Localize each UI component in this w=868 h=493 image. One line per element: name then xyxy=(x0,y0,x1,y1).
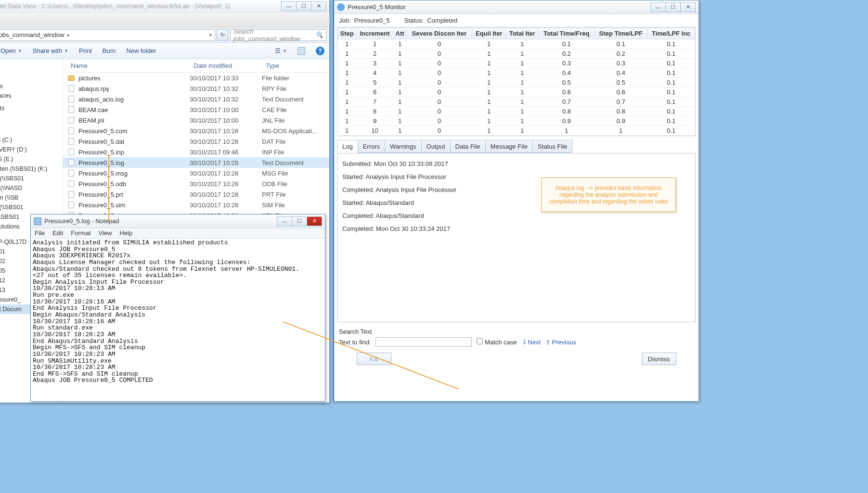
table-row[interactable]: 1110110.10.10.1 xyxy=(338,39,695,49)
menu-item-help[interactable]: Help xyxy=(119,229,132,237)
table-row[interactable]: 1810110.80.80.1 xyxy=(338,107,695,116)
file-row[interactable]: BEAM.cae30/10/2017 10:00CAE File xyxy=(63,104,329,115)
table-row[interactable]: 1510110.50.50.1 xyxy=(338,78,695,88)
sidebar-item[interactable]: nents xyxy=(0,103,61,113)
maximize-button[interactable]: ☐ xyxy=(665,2,681,12)
sidebar-item[interactable]: nenten (\\SBS01) (K:) xyxy=(0,164,61,174)
text-to-find-input[interactable] xyxy=(376,337,472,347)
notepad-titlebar[interactable]: Pressure0_5.log - Notepad — ☐ ✕ xyxy=(31,215,325,228)
col-header[interactable]: Total Time/Freq xyxy=(539,28,595,39)
minimize-button[interactable]: — xyxy=(281,1,297,11)
file-row[interactable]: Pressure0_5.msg30/10/2017 10:28MSG File xyxy=(63,168,329,178)
previous-button[interactable]: ⇧Previous xyxy=(545,339,576,346)
tab-message-file[interactable]: Message File xyxy=(485,140,533,153)
column-headers[interactable]: Name Date modified Type xyxy=(63,59,329,73)
open-button[interactable]: Open▼ xyxy=(0,47,22,55)
file-row[interactable]: Pressure0_5.log30/10/2017 10:28Text Docu… xyxy=(63,157,329,168)
tab-log[interactable]: Log xyxy=(337,140,358,153)
file-row[interactable]: pictures30/10/2017 10:33File folder xyxy=(63,73,329,83)
step-table-container[interactable]: StepIncrementAttSevere Discon IterEquil … xyxy=(337,27,696,136)
file-row[interactable]: BEAM.jnl30/10/2017 10:00JNL File xyxy=(63,115,329,126)
sidebar-item[interactable]: ten (\\SBS01 xyxy=(0,174,61,183)
burn-button[interactable]: Burn xyxy=(103,47,116,54)
col-type[interactable]: Type xyxy=(258,62,325,69)
breadcrumb[interactable]: jobs_command_window xyxy=(0,31,65,38)
match-case-checkbox[interactable]: Match case xyxy=(477,338,517,346)
kill-button[interactable]: Kill xyxy=(357,353,391,365)
chevron-down-icon[interactable]: ▾ xyxy=(209,32,212,38)
file-date: 30/10/2017 10:32 xyxy=(190,96,262,103)
col-header[interactable]: Increment xyxy=(356,28,394,39)
maximize-button[interactable]: ☐ xyxy=(296,1,311,11)
table-row[interactable]: 1910110.90.90.1 xyxy=(338,116,695,126)
file-row[interactable]: abaqus_acis.log30/10/2017 10:32Text Docu… xyxy=(63,94,329,104)
preview-pane-button[interactable] xyxy=(298,47,305,55)
table-row[interactable]: 1310110.30.30.1 xyxy=(338,59,695,68)
file-row[interactable]: Pressure0_5.sim30/10/2017 10:28SIM File xyxy=(63,200,329,210)
file-row[interactable]: Pressure0_5.dat30/10/2017 10:28DAT File xyxy=(63,136,329,147)
menu-item-view[interactable]: View xyxy=(99,229,112,237)
help-button[interactable]: ? xyxy=(316,47,324,55)
tab-output[interactable]: Output xyxy=(421,140,451,153)
monitor-icon xyxy=(337,3,345,11)
table-row[interactable]: 1710110.70.70.1 xyxy=(338,97,695,107)
search-input[interactable]: Search jobs_command_window 🔍 xyxy=(230,29,326,41)
table-row[interactable]: 1410110.40.40.1 xyxy=(338,68,695,78)
file-row[interactable]: Pressure0_5.inp30/10/2017 09:46INP File xyxy=(63,147,329,157)
file-icon xyxy=(67,138,76,145)
sidebar-item[interactable]: sel (\\SBS01 xyxy=(0,202,61,212)
sidebar-item[interactable]: er xyxy=(0,126,61,135)
close-button[interactable]: ✕ xyxy=(311,1,326,11)
refresh-button[interactable]: ↻ xyxy=(217,29,228,41)
sidebar-item[interactable]: ngen (\\SB xyxy=(0,193,61,202)
col-header[interactable]: Equil Iter xyxy=(472,28,506,39)
sidebar-item[interactable]: OLS (E:) xyxy=(0,154,61,164)
new-folder-button[interactable]: New folder xyxy=(126,47,156,54)
close-button[interactable]: ✕ xyxy=(680,2,696,12)
tab-errors[interactable]: Errors xyxy=(358,140,385,153)
print-button[interactable]: Print xyxy=(79,47,92,54)
sidebar-item[interactable]: s xyxy=(0,116,61,126)
col-header[interactable]: Total Iter xyxy=(506,28,539,39)
explorer-title: Model Data View - C:\Users\...\Desktop\j… xyxy=(0,2,279,10)
minimize-button[interactable]: — xyxy=(650,2,666,12)
tab-status-file[interactable]: Status File xyxy=(532,140,572,153)
close-button[interactable]: ✕ xyxy=(307,216,322,226)
next-button[interactable]: ⇩Next xyxy=(522,339,541,346)
col-header[interactable]: Step xyxy=(338,28,356,39)
sidebar-item[interactable]: oads xyxy=(0,81,61,91)
table-row[interactable]: 1101011110.1 xyxy=(338,126,695,136)
view-mode-button[interactable]: ☰▼ xyxy=(275,47,287,54)
menu-item-file[interactable]: File xyxy=(35,229,45,237)
minimize-button[interactable]: — xyxy=(277,216,292,226)
tab-data-file[interactable]: Data File xyxy=(450,140,486,153)
share-with-button[interactable]: Share with▼ xyxy=(33,47,68,54)
dismiss-button[interactable]: Dismiss xyxy=(642,353,676,365)
col-name[interactable]: Name xyxy=(63,62,186,69)
col-header[interactable]: Step Time/LPF xyxy=(595,28,648,39)
menu-item-format[interactable]: Format xyxy=(71,229,91,237)
sidebar-item[interactable]: s xyxy=(0,62,61,72)
sidebar-item[interactable]: t Places xyxy=(0,91,61,101)
col-header[interactable]: Severe Discon Iter xyxy=(406,28,472,39)
sidebar-item[interactable]: are (\\NASD xyxy=(0,183,61,193)
file-row[interactable]: Pressure0_5.prt30/10/2017 10:28PRT File xyxy=(63,189,329,200)
sidebar-item[interactable]: COVERY (D:) xyxy=(0,145,61,154)
file-row[interactable]: Pressure0_5.odb30/10/2017 10:28ODB File xyxy=(63,178,329,189)
notepad-editor[interactable]: Analysis initiated from SIMULIA establis… xyxy=(31,239,325,401)
maximize-button[interactable]: ☐ xyxy=(292,216,307,226)
menu-item-edit[interactable]: Edit xyxy=(52,229,63,237)
sidebar-item[interactable]: pp xyxy=(0,72,61,81)
breadcrumb-box[interactable]: ▸ jobs_command_window ▸ ▾ xyxy=(0,29,215,41)
col-header[interactable]: Time/LPF Inc xyxy=(648,28,695,39)
tab-warnings[interactable]: Warnings xyxy=(385,140,421,153)
col-header[interactable]: Att xyxy=(393,28,406,39)
table-row[interactable]: 1210110.20.20.1 xyxy=(338,49,695,59)
col-date[interactable]: Date modified xyxy=(186,62,258,69)
explorer-titlebar[interactable]: Model Data View - C:\Users\...\Desktop\j… xyxy=(0,0,329,13)
file-row[interactable]: abaqus.rpy30/10/2017 10:32RPY File xyxy=(63,83,329,94)
sidebar-item[interactable]: ows (C:) xyxy=(0,135,61,145)
table-row[interactable]: 1610110.60.60.1 xyxy=(338,88,695,97)
monitor-titlebar[interactable]: Pressure0_5 Monitor — ☐ ✕ xyxy=(334,0,699,14)
file-row[interactable]: Pressure0_5.com30/10/2017 10:28MS-DOS Ap… xyxy=(63,126,329,136)
